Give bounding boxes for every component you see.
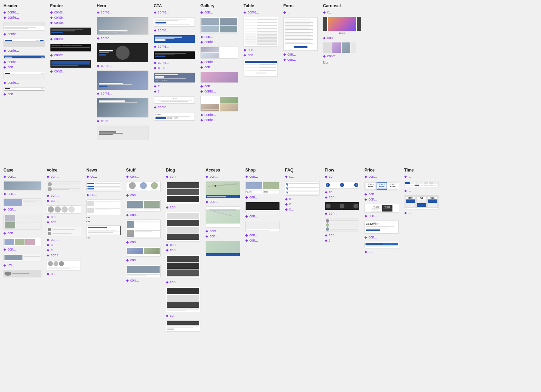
list-item[interactable]: ◆con... bbox=[3, 247, 41, 251]
list-item[interactable]: ◆con... bbox=[3, 92, 45, 96]
list-item[interactable]: ◆con... bbox=[166, 280, 200, 284]
list-item[interactable]: ◆c... bbox=[323, 10, 361, 14]
list-item[interactable]: ◆conte... bbox=[154, 66, 195, 70]
list-item[interactable]: ◆... bbox=[404, 189, 439, 193]
list-item[interactable]: ◆conte... bbox=[97, 119, 149, 123]
list-item[interactable]: ◆conte... bbox=[154, 10, 195, 14]
list-item[interactable]: ◆con... bbox=[325, 233, 359, 237]
list-item[interactable]: ◆conte... bbox=[50, 69, 92, 73]
list-item[interactable]: ◆con... bbox=[3, 207, 41, 211]
list-item[interactable]: ◆con... bbox=[3, 175, 41, 178]
list-item[interactable]: ◆conte... bbox=[97, 10, 149, 14]
list-item[interactable]: ◆con... bbox=[3, 192, 41, 196]
list-item[interactable]: ◆conte... bbox=[200, 118, 238, 122]
list-item[interactable]: ◆c... bbox=[285, 207, 320, 211]
list-item[interactable]: ◆conte... bbox=[3, 10, 45, 14]
list-item[interactable]: ◆con... bbox=[166, 248, 200, 252]
list-item[interactable]: ◆con... bbox=[126, 193, 161, 197]
list-item[interactable]: ◆... bbox=[404, 175, 439, 178]
list-item[interactable]: ◆c... bbox=[47, 248, 81, 252]
list-item[interactable]: ◆con... bbox=[245, 214, 280, 218]
list-item[interactable]: ◆con... bbox=[206, 234, 240, 238]
list-item[interactable] bbox=[86, 220, 121, 223]
list-item[interactable]: ◆co... bbox=[325, 175, 359, 178]
list-item[interactable]: ◆con... bbox=[126, 278, 161, 282]
list-item[interactable]: ◆con... bbox=[245, 175, 280, 178]
list-item[interactable]: ◆conte... bbox=[50, 37, 92, 41]
list-item[interactable]: ◆con... bbox=[47, 199, 81, 203]
list-item[interactable]: ◆con... bbox=[323, 36, 361, 40]
list-item[interactable]: ◆con... bbox=[206, 200, 240, 204]
list-item[interactable]: ◆conte... bbox=[3, 60, 45, 64]
list-item[interactable]: ◆conte... bbox=[3, 81, 45, 85]
list-item[interactable]: ◆con... bbox=[47, 175, 81, 178]
list-item[interactable]: ◆con... bbox=[200, 10, 238, 14]
list-item[interactable]: ◆con... bbox=[244, 53, 278, 57]
list-item[interactable]: ◆conte... bbox=[200, 40, 238, 44]
list-item[interactable]: ◆con... bbox=[364, 235, 399, 239]
list-item[interactable]: ◆con... bbox=[364, 214, 399, 218]
list-item[interactable]: ◆con... bbox=[47, 272, 81, 276]
list-item[interactable]: ◆conte... bbox=[97, 36, 149, 40]
list-item[interactable]: ◆conte... bbox=[200, 113, 238, 117]
list-item[interactable]: ◆con... bbox=[200, 35, 238, 39]
list-item[interactable]: ◆c... bbox=[154, 84, 195, 88]
list-item[interactable]: ◆con... bbox=[3, 65, 45, 69]
list-item[interactable]: ◆con... bbox=[325, 195, 359, 199]
list-item[interactable]: ◆con... bbox=[245, 195, 280, 199]
list-item[interactable]: ◆conte... bbox=[3, 16, 45, 19]
list-item[interactable]: ◆conte... bbox=[200, 60, 238, 64]
list-item[interactable]: ◆conte... bbox=[323, 54, 361, 58]
list-item[interactable]: ◆conte... bbox=[154, 105, 195, 109]
list-item[interactable]: ◆conte... bbox=[154, 28, 195, 32]
list-item[interactable]: ◆con... bbox=[200, 65, 238, 69]
list-item[interactable]: ◆conte... bbox=[50, 21, 92, 24]
list-item[interactable]: ◆con... bbox=[47, 215, 81, 219]
list-item[interactable]: ◆con... bbox=[364, 192, 399, 196]
list-item[interactable] bbox=[86, 237, 121, 239]
list-item[interactable]: ◆con... bbox=[126, 213, 161, 217]
list-item[interactable]: ◆con... bbox=[3, 231, 41, 235]
list-item[interactable]: ◆con... bbox=[166, 175, 200, 178]
list-item[interactable]: ◆conte... bbox=[154, 61, 195, 65]
list-item[interactable]: ◆c... bbox=[364, 250, 399, 254]
list-item[interactable]: ◆co... bbox=[325, 190, 359, 194]
list-item[interactable]: ◆c... bbox=[285, 175, 320, 178]
list-item[interactable]: ◆conte... bbox=[244, 10, 278, 14]
list-item[interactable]: ◆c... bbox=[325, 238, 359, 242]
list-item[interactable]: ◆conte... bbox=[97, 91, 149, 95]
list-item[interactable]: ◆conte... bbox=[3, 49, 45, 52]
list-item[interactable] bbox=[86, 216, 121, 219]
list-item[interactable]: ◆con... bbox=[364, 175, 399, 178]
list-item[interactable]: ◆c... bbox=[285, 202, 320, 206]
list-item[interactable]: ◆co... bbox=[166, 314, 200, 317]
list-item[interactable]: ◆con... bbox=[244, 48, 278, 52]
list-item[interactable]: ◆con... bbox=[200, 84, 238, 88]
list-item[interactable]: ◆conte... bbox=[97, 64, 149, 68]
list-item[interactable]: ◆c... bbox=[285, 197, 320, 201]
list-item[interactable]: ◆con... bbox=[325, 212, 359, 215]
list-item[interactable]: ◆con... bbox=[126, 175, 161, 178]
list-item[interactable]: ◆conte... bbox=[200, 89, 238, 93]
list-item[interactable]: ◆con.t bbox=[47, 253, 81, 257]
list-item[interactable]: ◆con... bbox=[47, 194, 81, 197]
list-item[interactable]: ◆con:... bbox=[166, 243, 200, 247]
list-item[interactable]: ◆co... bbox=[86, 193, 121, 197]
list-item[interactable]: ◆conte..." bbox=[50, 16, 92, 19]
list-item[interactable]: ◆c... bbox=[154, 89, 195, 93]
list-item[interactable]: ◆con... bbox=[245, 238, 280, 242]
list-item[interactable]: ◆... bbox=[283, 10, 318, 14]
list-item[interactable]: ◆con... bbox=[283, 58, 318, 61]
list-item[interactable]: ◆co... bbox=[86, 175, 121, 178]
list-item[interactable]: ◆cont... bbox=[206, 229, 240, 233]
list-item[interactable]: ◆conte... bbox=[50, 53, 92, 57]
list-item[interactable]: ◆con... bbox=[364, 197, 399, 201]
list-item[interactable]: ◆con... bbox=[126, 240, 161, 244]
list-item[interactable]: ◆lay... bbox=[3, 263, 41, 267]
list-item[interactable]: ◆con... bbox=[47, 220, 81, 224]
list-item[interactable]: ◆conte... bbox=[154, 45, 195, 48]
list-item[interactable]: ◆... bbox=[404, 211, 439, 215]
list-item[interactable]: ◆con... bbox=[126, 258, 161, 262]
list-item[interactable]: ◆con... bbox=[47, 238, 81, 242]
list-item[interactable]: ◆con... bbox=[206, 175, 240, 178]
